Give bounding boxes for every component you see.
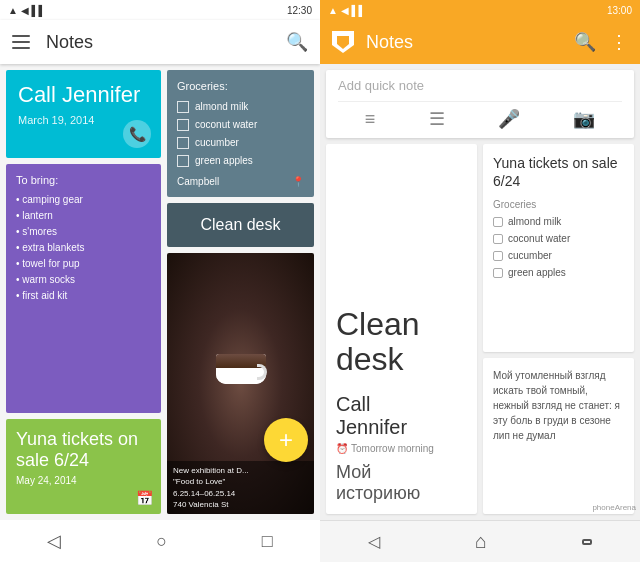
location-row: Campbell 📍	[177, 176, 304, 187]
more-icon-right[interactable]: ⋮	[610, 31, 628, 53]
mic-icon[interactable]: 🎤	[498, 108, 520, 130]
grocery-item-4: green apples	[177, 152, 304, 170]
clean-desk-card[interactable]: Clean desk	[167, 203, 314, 247]
yuna-tickets-note-right[interactable]: Yuna tickets on sale 6/24 Groceries almo…	[483, 144, 634, 352]
calendar-icon: 📅	[136, 490, 153, 506]
groceries-card[interactable]: Groceries: almond milk coconut water cuc…	[167, 70, 314, 197]
to-bring-title: To bring:	[16, 174, 151, 186]
signal-icons-left: ▲ ◀ ▌▌	[8, 5, 46, 16]
call-jennifer-section: CallJennifer ⏰ Tomorrow morning Мойистор…	[336, 393, 467, 504]
home-button-left[interactable]: ○	[156, 531, 167, 552]
grocery-check-3: cucumber	[493, 247, 624, 264]
text-format-icon[interactable]: ≡	[365, 109, 376, 130]
yuna-date: May 24, 2014	[16, 475, 151, 486]
clean-desk-big-title: Cleandesk	[336, 307, 467, 377]
status-bar-right: ▲ ◀ ▌▌ 13:00	[320, 0, 640, 20]
nav-bar-left: ◁ ○ □	[0, 520, 320, 562]
photo-overlay: New exhibition at D... "Food to Love" 6.…	[167, 461, 314, 514]
grocery-item-2: coconut water	[177, 116, 304, 134]
quick-note-bar[interactable]: Add quick note ≡ ☰ 🎤 📷	[326, 70, 634, 138]
groceries-title: Groceries:	[177, 80, 304, 92]
search-icon-right[interactable]: 🔍	[574, 31, 596, 53]
hamburger-icon[interactable]	[12, 35, 30, 49]
clean-desk-title: Clean desk	[200, 216, 280, 234]
time-right: 13:00	[607, 5, 632, 16]
quick-note-placeholder: Add quick note	[338, 78, 622, 93]
fab-button[interactable]: +	[264, 418, 308, 462]
top-bar-right-icons: 🔍 ⋮	[574, 31, 628, 53]
to-bring-list: • camping gear• lantern• s'mores• extra …	[16, 192, 151, 304]
top-bar-left: Notes 🔍	[0, 20, 320, 64]
quick-note-actions: ≡ ☰ 🎤 📷	[338, 101, 622, 130]
yuna-card[interactable]: Yuna tickets on sale 6/24 May 24, 2014 📅	[6, 419, 161, 514]
nav-bar-right: ◁ ⌂	[320, 520, 640, 562]
phone-icon: 📞	[123, 120, 151, 148]
home-button-right[interactable]: ⌂	[475, 530, 487, 553]
grocery-check-1: almond milk	[493, 213, 624, 230]
signal-icons-right: ▲ ◀ ▌▌	[328, 5, 366, 16]
call-jennifer-right-title: CallJennifer	[336, 393, 467, 439]
clean-desk-note-right[interactable]: Cleandesk CallJennifer ⏰ Tomorrow mornin…	[326, 144, 477, 514]
call-jennifer-card[interactable]: Call Jennifer March 19, 2014 📞	[6, 70, 161, 158]
to-bring-card[interactable]: To bring: • camping gear• lantern• s'mor…	[6, 164, 161, 413]
call-jennifer-title: Call Jennifer	[18, 82, 149, 108]
list-icon[interactable]: ☰	[429, 108, 445, 130]
time-left: 12:30	[287, 5, 312, 16]
phone-right: ▲ ◀ ▌▌ 13:00 Notes 🔍 ⋮ Add quick note ≡ …	[320, 0, 640, 562]
russian-text-note[interactable]: Мой утомленный взгляд искать твой томный…	[483, 358, 634, 514]
keep-logo	[332, 31, 354, 53]
call-jennifer-subtitle: ⏰ Tomorrow morning	[336, 443, 467, 454]
grocery-check-2: coconut water	[493, 230, 624, 247]
location-pin-icon: 📍	[292, 176, 304, 187]
back-button-left[interactable]: ◁	[47, 530, 61, 552]
grocery-check-title: Groceries	[493, 196, 624, 213]
notes-grid: Cleandesk CallJennifer ⏰ Tomorrow mornin…	[320, 144, 640, 520]
yuna-small-title: Yuna tickets on sale 6/24	[493, 154, 624, 190]
russian-body: Мой утомленный взгляд искать твой томный…	[493, 368, 624, 443]
groceries-checklist: Groceries almond milk coconut water cucu…	[493, 196, 624, 281]
yuna-title: Yuna tickets on sale 6/24	[16, 429, 151, 471]
grocery-check-4: green apples	[493, 264, 624, 281]
search-icon-left[interactable]: 🔍	[286, 31, 308, 53]
recent-button-right[interactable]	[582, 539, 592, 545]
photo-card[interactable]: New exhibition at D... "Food to Love" 6.…	[167, 253, 314, 514]
phone-left: ▲ ◀ ▌▌ 12:30 Notes 🔍 Call Jennifer March…	[0, 0, 320, 562]
cyrillic-preview: Мойисториюю	[336, 462, 467, 504]
notes-col-left: Call Jennifer March 19, 2014 📞 To bring:…	[6, 70, 161, 514]
status-bar-left: ▲ ◀ ▌▌ 12:30	[0, 0, 320, 20]
back-button-right[interactable]: ◁	[368, 532, 380, 551]
grocery-item-3: cucumber	[177, 134, 304, 152]
grocery-item-1: almond milk	[177, 98, 304, 116]
top-bar-right: Notes 🔍 ⋮	[320, 20, 640, 64]
recent-button-left[interactable]: □	[262, 531, 273, 552]
app-title-left: Notes	[46, 32, 270, 53]
location-text: Campbell	[177, 176, 219, 187]
app-title-right: Notes	[366, 32, 562, 53]
camera-icon[interactable]: 📷	[573, 108, 595, 130]
